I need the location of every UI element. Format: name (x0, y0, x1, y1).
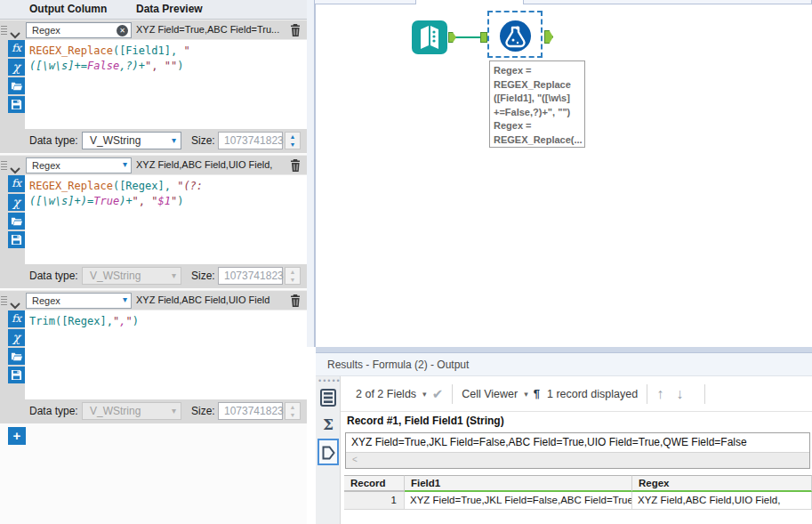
size-stepper: ▲▼ (285, 402, 301, 420)
cell-viewer-icon-selected[interactable] (318, 439, 339, 465)
column-header-field1[interactable]: Field1 (405, 475, 632, 492)
canvas-top-fragment (314, 0, 416, 4)
open-folder-icon[interactable] (8, 213, 25, 230)
panel-splitter[interactable] (307, 0, 316, 347)
variables-icon[interactable]: χ (8, 329, 25, 346)
connection-line[interactable] (456, 36, 483, 38)
functions-fx-icon[interactable]: fx (8, 40, 25, 57)
size-label: Size: (191, 405, 215, 417)
expression-section-2: Regex▾ XYZ Field,ABC Field,UIO Field, fx… (0, 155, 307, 288)
expression-table-header: Output Column Data Preview (0, 0, 307, 20)
data-type-row-1: Data type: V_WString▾ Size: 1073741823 ▲… (0, 129, 307, 153)
variables-icon[interactable]: χ (8, 194, 25, 211)
add-expression-button[interactable]: + (8, 427, 26, 445)
table-view-icon[interactable] (319, 388, 337, 409)
editor-icon-strip: fx χ (8, 310, 25, 385)
formula-tool[interactable] (500, 20, 531, 52)
open-folder-icon[interactable] (8, 348, 25, 365)
size-label: Size: (191, 270, 215, 282)
delete-expression-icon[interactable] (288, 158, 302, 173)
chevron-down-icon[interactable]: ▾ (524, 390, 528, 399)
fields-dropdown[interactable]: 2 of 2 Fields (356, 388, 416, 400)
chevron-down-icon: ▾ (172, 270, 176, 280)
cell-viewer-box: XYZ Field=True,JKL Field=False,ABC Field… (345, 432, 810, 469)
output-column-select[interactable]: Regex▾ (26, 157, 132, 173)
formula-config-panel: Output Column Data Preview Regex ✕ XYZ F… (0, 0, 307, 524)
scroll-up-icon[interactable]: ↑ (656, 386, 663, 402)
data-preview-value: XYZ Field=True,ABC Field=Tru... (136, 24, 285, 35)
output-anchor[interactable] (448, 32, 456, 43)
save-icon[interactable] (8, 231, 25, 248)
toolbar-separator (704, 384, 705, 404)
apply-check-icon[interactable]: ✔ (432, 386, 444, 402)
results-view-strip: ••••• Σ (316, 376, 341, 524)
expression-code-area[interactable]: REGEX_Replace([Regex], "(?:([\w\s]+)=Tru… (25, 174, 307, 264)
size-input: 1073741823 (218, 267, 283, 285)
tool-annotation[interactable]: Regex =REGEX_Replace([Field1], "([\w\s]+… (489, 60, 585, 148)
whitespace-toggle-icon[interactable]: ¶ (534, 387, 540, 400)
expression-code[interactable]: REGEX_Replace([Regex], "(?:([\w\s]+)=Tru… (25, 175, 307, 209)
drag-grip-icon[interactable] (1, 296, 7, 305)
expression-code-area[interactable]: Trim([Regex],",") (25, 310, 307, 399)
drag-grip-icon[interactable] (1, 26, 7, 35)
delete-expression-icon[interactable] (288, 294, 302, 308)
drag-grip-icon[interactable]: ••••• (318, 376, 342, 385)
cell-record-number[interactable]: 1 (344, 492, 405, 510)
table-header-row: Record Field1 Regex (344, 475, 812, 492)
cell-field1[interactable]: XYZ Field=True,JKL Field=False,ABC Field… (405, 492, 632, 510)
size-label: Size: (191, 134, 215, 147)
size-stepper[interactable]: ▲▼ (285, 132, 301, 149)
save-icon[interactable] (8, 367, 25, 383)
column-header-regex[interactable]: Regex (632, 475, 812, 492)
input-anchor[interactable] (480, 32, 487, 43)
cell-viewer-value[interactable]: XYZ Field=True,JKL Field=False,ABC Field… (346, 433, 809, 452)
record-count-label: 1 record displayed (547, 388, 638, 400)
drag-grip-icon[interactable] (1, 161, 7, 170)
workflow-canvas[interactable]: Regex =REGEX_Replace([Field1], "([\w\s]+… (316, 0, 812, 347)
column-header-record[interactable]: Record (344, 475, 405, 492)
expression-row-3: Regex▾ XYZ Field,ABC Field,UIO Field (0, 290, 307, 310)
output-column-header: Output Column (29, 3, 107, 15)
expression-editor-3: fx χ Trim([Regex],",") (0, 310, 307, 399)
functions-fx-icon[interactable]: fx (8, 175, 25, 192)
results-title: Results - Formula (2) - Output (316, 353, 812, 376)
chevron-down-icon: ▾ (172, 406, 176, 415)
alteryx-designer-window: Output Column Data Preview Regex ✕ XYZ F… (0, 0, 812, 524)
editor-icon-strip: fx χ (8, 40, 25, 115)
table-row: 1 XYZ Field=True,JKL Field=False,ABC Fie… (344, 492, 812, 510)
expression-editor-2: fx χ REGEX_Replace([Regex], "(?:([\w\s]+… (0, 174, 307, 264)
functions-fx-icon[interactable]: fx (8, 310, 25, 327)
clear-icon[interactable]: ✕ (117, 25, 128, 36)
chevron-down-icon: ▾ (172, 135, 176, 145)
save-icon[interactable] (8, 96, 25, 113)
size-stepper: ▲▼ (285, 267, 301, 285)
data-type-select[interactable]: V_WString▾ (82, 132, 181, 149)
expression-code[interactable]: REGEX_Replace([Field1], "([\w\s]+=False,… (25, 40, 307, 74)
expression-code-area[interactable]: REGEX_Replace([Field1], "([\w\s]+=False,… (25, 39, 307, 129)
cell-regex[interactable]: XYZ Field,ABC Field,UIO Field, (632, 492, 812, 510)
expression-row-1: Regex ✕ XYZ Field=True,ABC Field=Tru... (0, 20, 307, 39)
size-input[interactable]: 1073741823 (218, 132, 283, 149)
metadata-view-icon[interactable]: Σ (319, 415, 337, 436)
results-panel: Results - Formula (2) - Output ••••• Σ 2… (316, 347, 812, 524)
scroll-left-icon[interactable]: < (352, 455, 358, 464)
toolbar-separator (647, 384, 647, 404)
results-splitter[interactable] (316, 347, 812, 353)
expression-code[interactable]: Trim([Regex],",") (25, 310, 307, 329)
variables-icon[interactable]: χ (8, 59, 25, 76)
chevron-down-icon[interactable]: ▾ (422, 390, 427, 399)
delete-expression-icon[interactable] (288, 23, 302, 37)
size-input: 1073741823 (218, 402, 283, 420)
cell-viewer-scrollbar[interactable]: < (346, 452, 809, 468)
open-folder-icon[interactable] (8, 77, 25, 94)
input-data-tool[interactable] (412, 20, 447, 54)
data-type-row-3: Data type: V_WString▾ Size: 1073741823 ▲… (0, 399, 307, 423)
output-column-select[interactable]: Regex▾ (26, 293, 132, 309)
results-table: Record Field1 Regex 1 XYZ Field=True,JKL… (344, 475, 812, 510)
data-preview-value: XYZ Field,ABC Field,UIO Field, (136, 159, 285, 170)
output-anchor[interactable] (544, 30, 553, 44)
cell-viewer-dropdown[interactable]: Cell Viewer (462, 388, 518, 400)
scroll-down-icon[interactable]: ↓ (676, 386, 683, 402)
data-type-row-2: Data type: V_WString▾ Size: 1073741823 ▲… (0, 264, 307, 288)
chevron-down-icon: ▾ (123, 294, 127, 304)
